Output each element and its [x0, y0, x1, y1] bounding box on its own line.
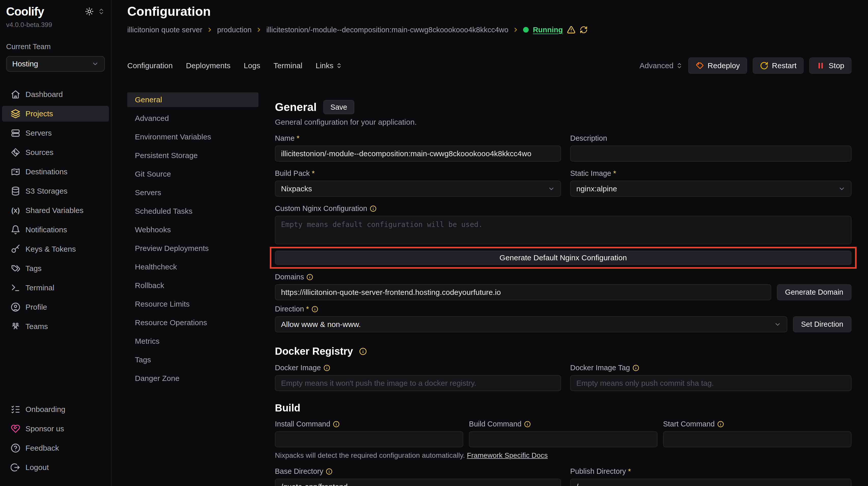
sidebar-item-sources[interactable]: Sources — [2, 144, 109, 160]
instance-switcher[interactable] — [98, 8, 105, 15]
base-directory-input[interactable] — [275, 479, 561, 486]
description-field: Description — [570, 134, 851, 162]
subnav-danger-zone[interactable]: Danger Zone — [127, 371, 258, 386]
info-icon[interactable] — [524, 421, 531, 427]
advanced-dropdown[interactable]: Advanced — [640, 61, 682, 70]
redeploy-button[interactable]: Redeploy — [688, 58, 747, 74]
install-command-input[interactable] — [275, 431, 463, 447]
docker-image-tag-input[interactable] — [570, 375, 851, 391]
info-icon[interactable] — [632, 365, 639, 371]
breadcrumb-environment[interactable]: production — [217, 26, 251, 34]
sidebar-item-dashboard[interactable]: Dashboard — [2, 87, 109, 102]
subnav-tags[interactable]: Tags — [127, 352, 258, 367]
sidebar-item-tags[interactable]: Tags — [2, 261, 109, 276]
set-direction-button[interactable]: Set Direction — [793, 316, 851, 332]
tab-deployments[interactable]: Deployments — [186, 61, 230, 70]
subnav-persistent-storage[interactable]: Persistent Storage — [127, 148, 258, 163]
subnav-metrics[interactable]: Metrics — [127, 334, 258, 349]
build-pack-select[interactable]: Nixpacks — [275, 181, 561, 197]
sidebar-item-logout[interactable]: Logout — [2, 459, 109, 475]
info-icon[interactable] — [326, 468, 333, 475]
save-button[interactable]: Save — [323, 100, 354, 114]
info-icon[interactable] — [359, 348, 367, 355]
terminal-icon — [11, 283, 20, 293]
sidebar-item-feedback[interactable]: Feedback — [2, 440, 109, 456]
info-icon[interactable] — [333, 421, 340, 427]
info-icon[interactable] — [307, 274, 313, 281]
section-subtitle: General configuration for your applicati… — [275, 118, 851, 126]
breadcrumb-project[interactable]: illicitonion quote server — [127, 26, 203, 34]
sidebar-item-onboarding[interactable]: Onboarding — [2, 401, 109, 417]
section-title-build: Build — [275, 402, 851, 414]
tab-links[interactable]: Links — [316, 61, 342, 70]
publish-directory-input[interactable] — [570, 479, 851, 486]
sidebar-item-teams[interactable]: Teams — [2, 319, 109, 334]
sidebar-item-sponsor-us[interactable]: Sponsor us — [2, 421, 109, 436]
generate-domain-button[interactable]: Generate Domain — [777, 284, 851, 300]
subnav-scheduled-tasks[interactable]: Scheduled Tasks — [127, 204, 258, 219]
docker-image-input[interactable] — [275, 375, 561, 391]
sidebar-item-projects[interactable]: Projects — [2, 106, 109, 122]
breadcrumb-application[interactable]: illicitestonion/-module--decomposition:m… — [266, 26, 508, 34]
sidebar-footer-nav: Onboarding Sponsor us Feedback Logout — [0, 401, 111, 479]
sidebar-item-terminal[interactable]: Terminal — [2, 280, 109, 296]
subnav-environment-variables[interactable]: Environment Variables — [127, 130, 258, 144]
direction-select[interactable]: Allow www & non-www. — [275, 316, 787, 332]
sidebar-item-destinations[interactable]: Destinations — [2, 164, 109, 180]
subnav-general[interactable]: General — [127, 92, 258, 107]
click-target-annotation: Generate Default Nginx Configuration — [270, 247, 857, 269]
refresh-icon[interactable] — [580, 26, 588, 34]
required-asterisk: * — [613, 169, 616, 177]
sidebar-item-servers[interactable]: Servers — [2, 125, 109, 141]
warning-icon[interactable] — [567, 26, 576, 34]
info-icon[interactable] — [370, 205, 376, 212]
key-icon — [11, 244, 20, 254]
build-command-field: Build Command — [469, 420, 657, 447]
sidebar-item-keys-tokens[interactable]: Keys & Tokens — [2, 241, 109, 257]
build-pack-field: Build Pack * Nixpacks — [275, 169, 561, 197]
subnav-rollback[interactable]: Rollback — [127, 278, 258, 293]
info-icon[interactable] — [717, 421, 724, 427]
info-icon[interactable] — [323, 365, 330, 371]
base-directory-field: Base Directory — [275, 467, 561, 486]
theme-toggle-button[interactable] — [85, 7, 94, 16]
sidebar-item-s3-storages[interactable]: S3 Storages — [2, 183, 109, 199]
framework-docs-link[interactable]: Framework Specific Docs — [467, 451, 548, 459]
tab-configuration[interactable]: Configuration — [127, 61, 173, 70]
home-icon — [11, 90, 20, 99]
start-command-input[interactable] — [663, 431, 851, 447]
static-image-select[interactable]: nginx:alpine — [570, 181, 851, 197]
tags-icon — [11, 264, 20, 273]
subnav-git-source[interactable]: Git Source — [127, 167, 258, 182]
breadcrumb: illicitonion quote server production ill… — [127, 26, 851, 34]
stop-button[interactable]: Stop — [809, 58, 851, 74]
team-select[interactable]: Hosting — [6, 56, 105, 72]
build-command-input[interactable] — [469, 431, 657, 447]
generate-nginx-config-button[interactable]: Generate Default Nginx Configuration — [275, 251, 851, 265]
subnav-healthcheck[interactable]: Healthcheck — [127, 260, 258, 274]
static-image-field: Static Image * nginx:alpine — [570, 169, 851, 197]
subnav-preview-deployments[interactable]: Preview Deployments — [127, 241, 258, 256]
subnav-resource-operations[interactable]: Resource Operations — [127, 315, 258, 330]
git-icon — [11, 148, 20, 157]
description-input[interactable] — [570, 145, 851, 162]
domains-input[interactable] — [275, 284, 771, 300]
team-select-value: Hosting — [12, 60, 38, 68]
subnav-advanced[interactable]: Advanced — [127, 111, 258, 126]
sidebar-item-shared-variables[interactable]: (x) Shared Variables — [2, 202, 109, 218]
name-input[interactable] — [275, 145, 561, 162]
chevron-down-icon — [548, 185, 555, 192]
tab-terminal[interactable]: Terminal — [274, 61, 302, 70]
subnav-servers[interactable]: Servers — [127, 185, 258, 200]
custom-nginx-textarea[interactable] — [275, 216, 851, 244]
sidebar-item-profile[interactable]: Profile — [2, 299, 109, 315]
subnav-resource-limits[interactable]: Resource Limits — [127, 297, 258, 312]
status-badge[interactable]: Running — [533, 26, 563, 34]
heart-hands-icon — [11, 424, 20, 433]
info-icon[interactable] — [312, 306, 318, 313]
tab-logs[interactable]: Logs — [244, 61, 260, 70]
sidebar-item-notifications[interactable]: Notifications — [2, 222, 109, 238]
redeploy-icon — [695, 61, 704, 70]
restart-button[interactable]: Restart — [753, 58, 804, 74]
subnav-webhooks[interactable]: Webhooks — [127, 222, 258, 237]
